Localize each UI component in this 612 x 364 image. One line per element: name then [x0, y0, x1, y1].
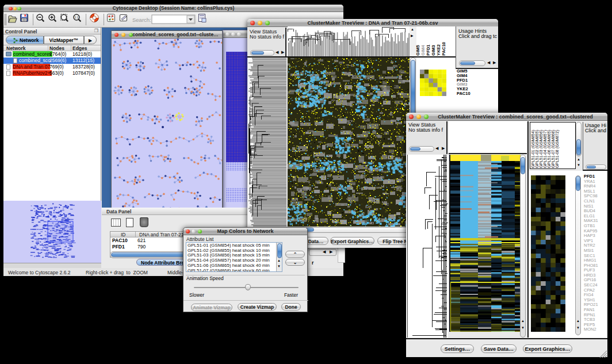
svg-text:1:1: 1:1 — [75, 16, 79, 19]
svg-text:Search:: Search: — [132, 17, 151, 23]
